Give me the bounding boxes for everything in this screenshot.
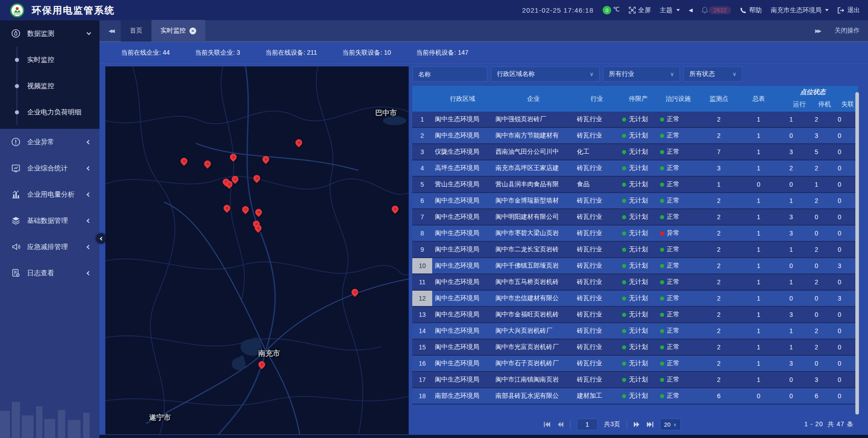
status-dot: [622, 297, 626, 301]
last-page-button[interactable]: [646, 421, 654, 428]
status-filter-select[interactable]: 所有状态 ∨: [684, 66, 742, 82]
cell-points: 2: [699, 226, 739, 241]
cell-meters: 1: [739, 356, 778, 371]
cell-run: 0: [778, 388, 804, 404]
table-row[interactable]: 4 高坪生态环境局 南充市高坪区王家店建 砖瓦行业 无计划 正常 3 1 2 2…: [412, 160, 858, 177]
page-size-select[interactable]: 20 ∨: [660, 419, 681, 430]
cell-stop: 2: [804, 193, 829, 208]
table-row[interactable]: 6 阆中生态环境局 阆中市金博瑞新型墙材 砖瓦行业 无计划 正常 2 1 1 2…: [412, 193, 858, 209]
table-row[interactable]: 3 仪陇生态环境局 西南油气田分公司川中 化工 无计划 正常 7 1 3 5 0: [412, 144, 858, 160]
total-pages-label: 共3页: [604, 420, 620, 429]
cell-company: 阆中市石子页岩机砖厂: [493, 356, 574, 371]
app-root: 环保用电监管系统 2021-02-25 17:46:18 0 ℃ 全屏 主题 ◀: [0, 0, 868, 438]
region-filter-select[interactable]: 行政区域名称 ∨: [491, 66, 599, 82]
map-city-label: 遂宁市: [149, 413, 171, 423]
status-dot: [622, 264, 626, 268]
table-row[interactable]: 13 阆中生态环境局 阆中市金福旺页岩机砖 砖瓦行业 无计划 正常 2 1 3 …: [412, 307, 858, 323]
cell-facility-status: 正常: [657, 356, 699, 371]
table-row[interactable]: 17 阆中生态环境局 阆中市江南镇阆南页岩 砖瓦行业 无计划 正常 2 1 0 …: [412, 372, 858, 388]
sidebar-item-label: 数据监测: [27, 29, 87, 38]
next-page-button[interactable]: [633, 421, 640, 428]
map-panel[interactable]: 巴中市南充市遂宁市: [105, 66, 409, 434]
help-button[interactable]: 帮助: [740, 6, 762, 14]
table-row[interactable]: 11 阆中生态环境局 阆中市五马桥页岩机砖 砖瓦行业 无计划 正常 2 1 1 …: [412, 274, 858, 291]
table-row[interactable]: 8 阆中生态环境局 阆中市枣碧大梁山页岩 砖瓦行业 无计划 异常 2 1 3 0…: [412, 226, 858, 242]
sidebar-collapse-button[interactable]: [96, 233, 106, 244]
theme-selector[interactable]: 主题: [660, 6, 680, 14]
cell-index: 16: [412, 356, 432, 371]
status-dot: [660, 134, 664, 138]
table-header: 行政区域 企业 行业 停限产 治污设施 监测点 总表 点位状态 运行 停机: [412, 86, 858, 112]
tab-0[interactable]: 首页: [121, 20, 151, 42]
sidebar-item-4[interactable]: 基础数据管理: [0, 207, 99, 234]
fullscreen-button[interactable]: 全屏: [629, 6, 651, 14]
sidebar-subitem-0-1[interactable]: 视频监控: [17, 73, 99, 99]
table-row[interactable]: 12 阆中生态环境局 阆中市忠信建材有限公 砖瓦行业 无计划 正常 2 1 0 …: [412, 291, 858, 307]
tabs-scroll-right-icon[interactable]: ▶▶: [811, 28, 825, 34]
cell-industry: 食品: [574, 177, 619, 192]
page-number-input[interactable]: [577, 419, 598, 430]
sidebar-item-0[interactable]: 数据监测: [0, 20, 99, 47]
pagination-bar: 共3页 20 ∨: [412, 414, 858, 434]
cell-limit-status: 无计划: [619, 226, 657, 241]
notification-area[interactable]: 2632: [702, 6, 731, 14]
cell-limit-status: 无计划: [619, 177, 657, 192]
industry-filter-select[interactable]: 所有行业 ∨: [603, 66, 680, 82]
stat-item-4: 当前停机设备:147: [416, 49, 468, 57]
table-row[interactable]: 2 阆中生态环境局 阆中市南方节能建材有 砖瓦行业 无计划 正常 2 1 0 3…: [412, 128, 858, 144]
sidebar-subitem-0-0[interactable]: 实时监控: [17, 47, 99, 73]
industry-filter-value: 所有行业: [609, 70, 634, 78]
sidebar: 数据监测 实时监控视频监控企业电力负荷明细 企业异常 企业综合统计 企业用电量分…: [0, 20, 99, 438]
cell-facility-status: 正常: [657, 193, 699, 208]
table-row[interactable]: 1 阆中生态环境局 阆中强锐页岩砖厂 砖瓦行业 无计划 正常 2 1 1 2 0: [412, 112, 858, 128]
table-row[interactable]: 7 阆中生态环境局 阆中明阳建材有限公司 砖瓦行业 无计划 正常 2 1 3 0…: [412, 209, 858, 226]
org-selector[interactable]: 南充市生态环境局: [771, 6, 829, 14]
chevron-down-icon: [825, 9, 829, 11]
sidebar-item-1[interactable]: 企业异常: [0, 129, 99, 155]
table-row[interactable]: 5 营山生态环境局 营山县润丰肉食品有限 食品 无计划 正常 1 0 0 1 0: [412, 177, 858, 193]
tabs-scroll-left-icon[interactable]: ◀◀: [104, 28, 118, 34]
prev-page-button[interactable]: [557, 421, 564, 428]
cell-lost: 0: [829, 226, 850, 241]
status-dot: [660, 248, 664, 252]
cell-company: 阆中市光富页岩机砖厂: [493, 339, 574, 355]
tab-1[interactable]: 实时监控✕: [151, 20, 205, 42]
sidebar-item-3[interactable]: 企业用电量分析: [0, 181, 99, 207]
cell-region: 仪陇生态环境局: [432, 144, 493, 160]
range-label: 1 - 20: [804, 420, 823, 428]
stat-value: 211: [307, 49, 317, 56]
name-filter-input[interactable]: [412, 66, 487, 82]
exit-button[interactable]: 退出: [838, 6, 860, 14]
status-dot: [622, 231, 626, 235]
cell-points: 7: [699, 144, 739, 160]
table-row[interactable]: 10 阆中生态环境局 阆中千佛镇五郎垭页岩 砖瓦行业 无计划 正常 2 1 0 …: [412, 258, 858, 274]
cell-index: 17: [412, 372, 432, 387]
table-row[interactable]: 9 阆中生态环境局 阆中市二龙长宝页岩砖 砖瓦行业 无计划 正常 2 1 1 2…: [412, 242, 858, 258]
sound-icon[interactable]: ◀: [689, 7, 693, 13]
sidebar-item-2[interactable]: 企业综合统计: [0, 155, 99, 181]
cell-region: 阆中生态环境局: [432, 339, 493, 355]
cell-facility-status: 正常: [657, 323, 699, 339]
sidebar-subitem-0-2[interactable]: 企业电力负荷明细: [17, 99, 99, 125]
cell-limit-status: 无计划: [619, 356, 657, 371]
cell-region: 高坪生态环境局: [432, 160, 493, 176]
cell-limit-status: 无计划: [619, 160, 657, 176]
tab-close-icon[interactable]: ✕: [189, 28, 196, 34]
table-row[interactable]: 14 阆中生态环境局 阆中大兴页岩机砖厂 砖瓦行业 无计划 正常 2 1 1 2…: [412, 323, 858, 339]
stat-item-1: 当前失联企业:3: [195, 49, 240, 57]
table-row[interactable]: 18 南部生态环境局 南部县砖瓦水泥有限公 建材加工 无计划 正常 6 0 0 …: [412, 388, 858, 405]
sidebar-item-label: 企业用电量分析: [27, 190, 87, 199]
cell-lost: 0: [829, 209, 850, 225]
table-row[interactable]: 16 阆中生态环境局 阆中市石子页岩机砖厂 砖瓦行业 无计划 正常 2 1 3 …: [412, 356, 858, 372]
close-operations-button[interactable]: 关闭操作: [835, 27, 860, 35]
sidebar-item-6[interactable]: 日志查看: [0, 260, 99, 286]
gauge-icon: [11, 29, 21, 38]
cell-facility-status: 正常: [657, 388, 699, 404]
cell-points: 2: [699, 258, 739, 273]
status-dot: [622, 378, 626, 382]
sidebar-item-5[interactable]: 应急减排管理: [0, 234, 99, 260]
table-row[interactable]: 15 阆中生态环境局 阆中市光富页岩机砖厂 砖瓦行业 无计划 正常 2 1 1 …: [412, 339, 858, 356]
first-page-button[interactable]: [543, 421, 551, 428]
cell-company: 南充市高坪区王家店建: [493, 160, 574, 176]
vertical-scrollbar[interactable]: [855, 92, 859, 414]
